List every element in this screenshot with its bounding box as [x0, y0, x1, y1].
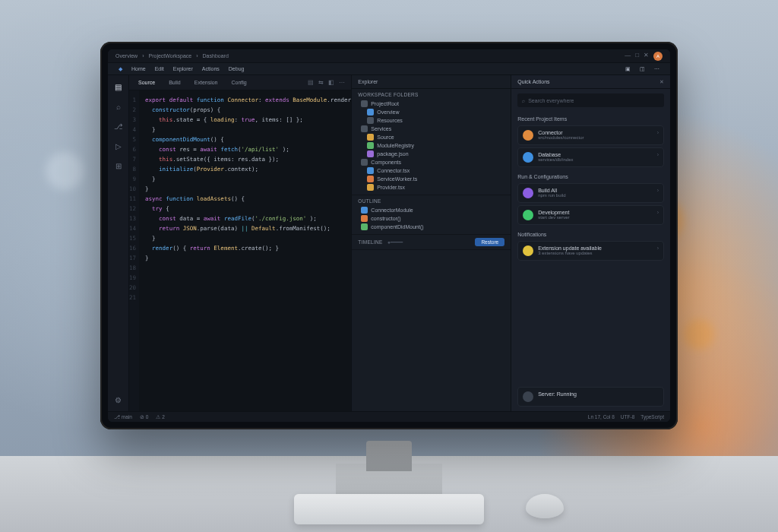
file-icon [367, 176, 374, 182]
split-icon[interactable]: ◫ [637, 65, 648, 73]
ide-window: Overview› ProjectWorkspace› Dashboard — … [108, 49, 670, 422]
card-title: Development [538, 210, 569, 215]
tree-item[interactable]: Provider.tsx [358, 183, 504, 192]
status-branch[interactable]: ⎇ main [114, 414, 132, 420]
menu-edit[interactable]: Edit [152, 65, 167, 72]
tree-item[interactable]: package.json [358, 150, 504, 158]
menu-debug[interactable]: Debug [226, 65, 248, 72]
tree-item[interactable]: Connector.tsx [358, 166, 504, 175]
search-input[interactable]: ⌕ Search everywhere [517, 93, 664, 107]
tree-item[interactable]: ServiceWorker.ts [358, 175, 504, 183]
menu-actions[interactable]: Actions [199, 65, 223, 72]
tree-item[interactable]: constructor() [358, 214, 504, 223]
tab-extension[interactable]: Extension [191, 78, 221, 87]
file-icon [367, 184, 374, 191]
file-icon [361, 125, 368, 132]
debug-icon[interactable]: ▷ [113, 141, 124, 151]
menu-home[interactable]: Home [128, 65, 149, 72]
search-icon[interactable]: ⌕ [113, 101, 124, 112]
close-panel-icon[interactable]: ✕ [659, 79, 664, 85]
list-item[interactable]: Extension update available3 extensions h… [517, 241, 664, 261]
tree-label: ServiceWorker.ts [377, 176, 417, 182]
breadcrumb[interactable]: Overview› ProjectWorkspace› Dashboard [115, 53, 229, 59]
tree-item[interactable]: Services [358, 125, 504, 133]
tree-label: Connector.tsx [377, 168, 410, 173]
gear-icon[interactable]: ⚙ [113, 394, 124, 405]
tab-config[interactable]: Config [229, 78, 250, 87]
extensions-icon[interactable]: ⊞ [113, 160, 124, 171]
status-dot-icon [523, 391, 533, 402]
tree-label: Provider.tsx [377, 185, 405, 190]
file-icon [367, 142, 374, 149]
tree-item[interactable]: Source [358, 133, 504, 141]
profile-badge[interactable]: A [653, 52, 663, 61]
status-cursor[interactable]: Ln 17, Col 8 [588, 414, 615, 420]
file-icon [361, 159, 368, 166]
status-language[interactable]: TypeScript [640, 414, 664, 420]
menubar: ◆ Home Edit Explorer Actions Debug ▣ ◫ ⋯ [108, 63, 670, 75]
layout-icon[interactable]: ▣ [622, 65, 634, 73]
tree-label: package.json [377, 151, 408, 157]
chevron-right-icon: › [657, 210, 659, 215]
crumb-0[interactable]: Overview [115, 53, 138, 59]
explorer-sec3-title: Timeline [358, 239, 382, 245]
list-item[interactable]: Build Allnpm run build› [517, 183, 664, 203]
editor-action-3-icon[interactable]: ◧ [328, 79, 334, 86]
code-editor[interactable]: 123456789101112131415161718192021 export… [129, 90, 351, 411]
tree-label: Overview [377, 109, 399, 115]
more-icon[interactable]: ⋯ [651, 65, 663, 73]
tree-item[interactable]: componentDidMount() [358, 223, 504, 231]
card-title: Database [538, 152, 573, 157]
editor-action-1-icon[interactable]: ▤ [308, 79, 314, 86]
tree-item[interactable]: Resources [358, 116, 504, 125]
tab-build[interactable]: Build [166, 78, 184, 87]
card-subtitle: 3 extensions have updates [538, 251, 602, 255]
files-icon[interactable]: ▤ [113, 81, 124, 92]
editor-action-2-icon[interactable]: ⇆ [318, 79, 324, 86]
branch-icon[interactable]: ⎇ [113, 121, 124, 131]
tree-item[interactable]: Overview [358, 108, 504, 116]
list-item[interactable]: Developmentstart dev server› [517, 205, 664, 225]
timeline-slider[interactable]: ●━━━━ [387, 239, 403, 245]
tree-item[interactable]: ConnectorModule [358, 206, 504, 214]
window-maximize-icon[interactable]: □ [635, 52, 639, 61]
search-glyph-icon: ⌕ [522, 98, 525, 103]
status-warnings[interactable]: ⚠ 2 [156, 414, 164, 420]
tree-label: Resources [377, 118, 402, 123]
list-item[interactable]: Connectorsrc/modules/connector› [517, 125, 664, 145]
chevron-right-icon: › [657, 188, 659, 193]
activity-bar: ▤ ⌕ ⎇ ▷ ⊞ ⚙ [108, 75, 129, 411]
app-logo-icon[interactable]: ◆ [115, 65, 125, 73]
tree-item[interactable]: ModuleRegistry [358, 141, 504, 150]
tree-label: Components [371, 160, 401, 165]
editor-pane: Source Build Extension Config ▤ ⇆ ◧ ⋯ 12… [129, 75, 351, 411]
keyboard [294, 494, 484, 524]
file-icon [367, 109, 374, 116]
tree-item[interactable]: Components [358, 158, 504, 166]
status-errors[interactable]: ⊘ 0 [140, 414, 148, 420]
tab-source[interactable]: Source [135, 78, 158, 87]
tree-item[interactable]: ProjectRoot [358, 100, 504, 108]
file-icon [361, 223, 368, 230]
file-icon [367, 134, 374, 141]
menu-explorer[interactable]: Explorer [170, 65, 196, 72]
card-subtitle: services/db/index [538, 157, 573, 162]
window-close-icon[interactable]: ✕ [644, 52, 649, 61]
chevron-right-icon: › [657, 152, 659, 157]
crumb-1[interactable]: ProjectWorkspace [149, 53, 192, 59]
window-minimize-icon[interactable]: — [625, 52, 631, 61]
crumb-2[interactable]: Dashboard [203, 53, 229, 59]
tree-label: ModuleRegistry [377, 143, 414, 148]
mouse [526, 494, 564, 518]
server-status-card[interactable]: Server: Running [517, 387, 664, 407]
card-title: Extension update available [538, 245, 602, 251]
card-subtitle: start dev server [538, 215, 569, 220]
card-subtitle: npm run build [538, 193, 565, 198]
tree-label: componentDidMount() [371, 224, 423, 230]
restore-button[interactable]: Restore [475, 238, 504, 246]
explorer-title: Explorer [352, 75, 511, 89]
editor-action-more-icon[interactable]: ⋯ [339, 79, 345, 86]
list-item[interactable]: Databaseservices/db/index› [517, 147, 664, 167]
status-encoding[interactable]: UTF-8 [621, 414, 634, 420]
category-dot-icon [523, 130, 533, 141]
